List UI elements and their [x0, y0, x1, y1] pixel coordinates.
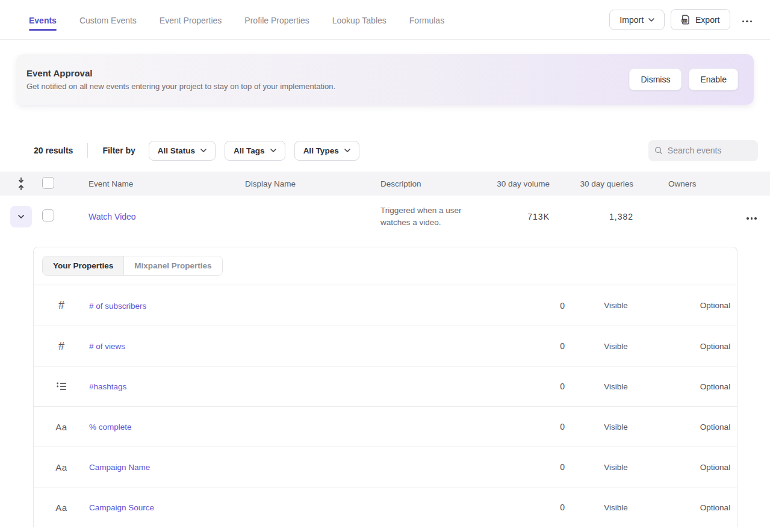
property-visibility: Visible: [565, 301, 667, 310]
property-visibility: Visible: [565, 382, 667, 391]
svg-text:csv: csv: [682, 19, 688, 22]
nav-actions: Import csv Export: [609, 9, 758, 30]
text-type-icon: Aa: [55, 422, 67, 432]
filter-toolbar: 20 results Filter by All Status All Tags…: [34, 140, 758, 161]
row-checkbox[interactable]: [42, 209, 54, 221]
event-30-day-volume: 713K: [485, 212, 554, 221]
chevron-down-icon: [200, 149, 206, 152]
types-filter-value: All Types: [303, 146, 339, 155]
search-box: [648, 140, 758, 161]
nav-tabs: Events Custom Events Event Properties Pr…: [29, 2, 609, 37]
nav-overflow-menu-button[interactable]: [736, 11, 759, 28]
tab-lookup-tables[interactable]: Lookup Tables: [332, 2, 387, 37]
property-name-link[interactable]: % complete: [89, 422, 132, 431]
results-count: 20 results: [34, 146, 73, 155]
types-filter-dropdown[interactable]: All Types: [294, 141, 359, 161]
events-table-header: Event Name Display Name Description 30 d…: [0, 172, 770, 196]
header-30-day-volume: 30 day volume: [485, 179, 554, 188]
property-name-link[interactable]: Campaign Name: [89, 463, 150, 472]
property-row: Aa Campaign Source 0 Visible Optional: [34, 487, 737, 527]
chevron-down-icon: [344, 149, 350, 152]
list-type-icon: [57, 382, 67, 391]
search-input[interactable]: [668, 146, 752, 155]
banner-title: Event Approval: [26, 68, 335, 78]
property-count: 0: [505, 503, 565, 512]
banner-actions: Dismiss Enable: [629, 69, 738, 90]
tab-your-properties[interactable]: Your Properties: [43, 256, 123, 275]
property-count: 0: [505, 341, 565, 351]
number-type-icon: #: [58, 340, 64, 353]
banner-text: Event Approval Get notified on all new e…: [26, 68, 335, 91]
event-30-day-queries: 1,382: [554, 212, 638, 221]
property-name-link[interactable]: Campaign Source: [89, 503, 154, 512]
property-count: 0: [505, 382, 565, 391]
export-button[interactable]: csv Export: [671, 9, 730, 30]
event-row-watch-video: Watch Video Triggered when a user watche…: [0, 196, 770, 238]
number-type-icon: #: [58, 299, 64, 312]
property-visibility: Visible: [565, 342, 667, 351]
property-row: # # of views 0 Visible Optional: [34, 326, 737, 366]
collapse-rows-icon[interactable]: [17, 177, 25, 191]
property-name-link[interactable]: #hashtags: [89, 382, 126, 391]
header-display-name: Display Name: [235, 179, 370, 188]
property-visibility: Visible: [565, 422, 667, 431]
property-visibility: Visible: [565, 463, 667, 472]
status-filter-dropdown[interactable]: All Status: [149, 141, 216, 161]
header-30-day-queries: 30 day queries: [554, 179, 638, 188]
ellipsis-icon: [747, 217, 757, 220]
tab-formulas[interactable]: Formulas: [409, 2, 444, 37]
property-row: # # of subscribers 0 Visible Optional: [34, 285, 737, 326]
property-requirement: Optional: [667, 342, 763, 351]
event-description: Triggered when a user watches a video.: [370, 205, 485, 229]
export-button-label: Export: [695, 15, 719, 25]
properties-tab-switcher: Your Properties Mixpanel Properties: [42, 256, 223, 276]
header-owners: Owners: [638, 179, 722, 188]
select-all-checkbox[interactable]: [42, 177, 54, 189]
tags-filter-dropdown[interactable]: All Tags: [225, 141, 285, 161]
event-approval-banner: Event Approval Get notified on all new e…: [16, 54, 754, 105]
property-row: #hashtags 0 Visible Optional: [34, 366, 737, 406]
property-count: 0: [505, 462, 565, 472]
enable-button[interactable]: Enable: [689, 69, 738, 90]
properties-tabs-row: Your Properties Mixpanel Properties: [34, 247, 737, 285]
dismiss-button[interactable]: Dismiss: [629, 69, 682, 90]
property-name-link[interactable]: # of views: [89, 342, 125, 351]
property-requirement: Optional: [667, 463, 763, 472]
property-count: 0: [505, 422, 565, 431]
divider: [87, 143, 88, 158]
tab-profile-properties[interactable]: Profile Properties: [244, 2, 309, 37]
property-row: Aa Campaign Name 0 Visible Optional: [34, 447, 737, 487]
tab-events[interactable]: Events: [29, 2, 57, 37]
chevron-down-icon: [648, 18, 654, 22]
tab-custom-events[interactable]: Custom Events: [79, 2, 137, 37]
property-requirement: Optional: [667, 382, 763, 391]
property-requirement: Optional: [667, 503, 763, 512]
event-properties-panel: Your Properties Mixpanel Properties # # …: [33, 247, 737, 527]
ellipsis-icon: [742, 20, 753, 23]
event-name-link[interactable]: Watch Video: [88, 212, 136, 221]
top-navigation: Events Custom Events Event Properties Pr…: [0, 0, 770, 40]
search-icon: [654, 146, 663, 155]
property-requirement: Optional: [667, 301, 763, 310]
filter-by-label: Filter by: [102, 146, 135, 155]
tags-filter-value: All Tags: [234, 146, 265, 155]
chevron-down-icon: [270, 149, 276, 152]
status-filter-value: All Status: [158, 146, 195, 155]
import-button-label: Import: [619, 15, 644, 25]
banner-subtitle: Get notified on all new events entering …: [26, 82, 335, 91]
row-overflow-menu-button[interactable]: [743, 209, 760, 225]
header-event-name: Event Name: [78, 179, 235, 188]
chevron-down-icon: [18, 215, 24, 218]
csv-file-icon: csv: [681, 14, 691, 25]
collapse-row-button[interactable]: [10, 206, 32, 227]
tab-mixpanel-properties[interactable]: Mixpanel Properties: [123, 256, 222, 275]
property-name-link[interactable]: # of subscribers: [89, 302, 146, 311]
import-button[interactable]: Import: [609, 10, 665, 30]
property-row: Aa % complete 0 Visible Optional: [34, 406, 737, 447]
collapse-all-cell: [0, 177, 42, 191]
header-description: Description: [370, 179, 485, 188]
property-visibility: Visible: [565, 503, 667, 512]
property-count: 0: [505, 301, 565, 311]
property-requirement: Optional: [667, 422, 763, 431]
tab-event-properties[interactable]: Event Properties: [160, 2, 222, 37]
